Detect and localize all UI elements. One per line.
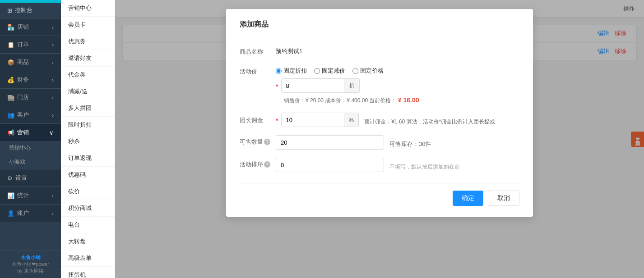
product-name-row: 商品名称 预约测试1 <box>240 44 519 56</box>
nav-item-coupon[interactable]: 优惠券 <box>61 33 115 50</box>
sidebar-item-order[interactable]: 📋 订单 › <box>0 36 61 53</box>
shop-icon: 🏪 <box>7 24 14 31</box>
nav-item-full-reduce[interactable]: 满减/送 <box>61 83 115 100</box>
price-type-radio-group: 固定折扣 固定减价 固定价格 <box>276 64 519 75</box>
nav-item-marketing-center[interactable]: 营销中心 <box>61 0 115 17</box>
settings-icon: ⚙ <box>7 175 13 182</box>
cancel-button[interactable]: 取消 <box>488 191 519 206</box>
sidebar-item-finance[interactable]: 💰 财务 › <box>0 71 61 88</box>
nav-item-advanced-form[interactable]: 高级表单 <box>61 250 115 267</box>
sidebar-sub-label: 小游戏 <box>9 159 25 165</box>
shop-name: 木鱼小铺 <box>7 254 54 261</box>
modal-footer: 确定 取消 <box>240 183 519 206</box>
sidebar-item-label: 设置 <box>15 174 27 182</box>
radio-fixed-price[interactable]: 固定价格 <box>352 67 384 75</box>
nav-item-gashapon[interactable]: 扭蛋机 <box>61 267 115 278</box>
nav-item-flash-sale[interactable]: 秒杀 <box>61 133 115 150</box>
sidebar-item-marketing[interactable]: 📢 营销 ∨ <box>0 123 61 141</box>
main-content: 操作 编辑 移除 编辑 移除 点我加❤ 添加商品 商品名称 预约测试1 <box>115 0 644 278</box>
customer-icon: 👥 <box>7 112 14 118</box>
radio-fixed-reduce-input[interactable] <box>314 68 320 74</box>
product-name-label: 商品名称 <box>240 44 276 56</box>
activity-price-content: 固定折扣 固定减价 固定价格 • 折 <box>276 64 519 105</box>
by-label: by 木鱼网络 <box>7 268 54 274</box>
discount-input-row: • 折 <box>276 78 519 93</box>
sidebar-item-customer[interactable]: 👥 客户 › <box>0 106 61 123</box>
sidebar-item-label: 店铺 <box>17 23 29 31</box>
sort-input[interactable] <box>276 158 384 172</box>
account-icon: 👤 <box>7 210 14 217</box>
sidebar-item-settings[interactable]: ⚙ 设置 <box>0 169 61 187</box>
available-qty-label: 可售数量 ? <box>240 135 276 146</box>
nav-item-group-buy[interactable]: 多人拼团 <box>61 100 115 117</box>
radio-fixed-discount-label: 固定折扣 <box>283 67 307 75</box>
add-product-modal: 添加商品 商品名称 预约测试1 活动价 固定折扣 固定减价 <box>226 9 533 217</box>
radio-fixed-discount[interactable]: 固定折扣 <box>276 67 307 75</box>
discount-unit: 折 <box>344 78 360 93</box>
sidebar-item-label: 账户 <box>17 209 29 217</box>
nav-item-voucher[interactable]: 代金券 <box>61 67 115 83</box>
nav-item-order-cashback[interactable]: 订单返现 <box>61 150 115 167</box>
order-icon: 📋 <box>7 41 14 48</box>
sidebar-footer: 木鱼小铺 木鱼小铺❤power by 木鱼网络 <box>0 250 61 278</box>
powered-by: 木鱼小铺❤power <box>7 261 54 268</box>
sidebar-item-label: 订单 <box>17 41 29 49</box>
radio-fixed-discount-input[interactable] <box>276 68 282 74</box>
nav-item-invite-friend[interactable]: 邀请好友 <box>61 50 115 67</box>
commission-unit: % <box>344 113 359 127</box>
sidebar-item-label: 财务 <box>17 76 29 84</box>
sidebar-item-label: 商品 <box>17 58 29 66</box>
radio-fixed-price-input[interactable] <box>352 68 358 74</box>
sort-hint: 不填写，默认按后添加的在前 <box>389 160 460 171</box>
chevron-right-icon: › <box>52 112 54 118</box>
nav-menu: 营销中心 会员卡 优惠券 邀请好友 代金券 满减/送 多人拼团 限时折扣 秒杀 … <box>61 0 115 278</box>
required-bullet: • <box>276 82 278 90</box>
current-price: ¥ 16.00 <box>398 96 419 104</box>
nav-item-radio[interactable]: 电台 <box>61 217 115 233</box>
nav-item-time-discount[interactable]: 限时折扣 <box>61 117 115 133</box>
goods-icon: 📦 <box>7 59 14 66</box>
available-qty-input[interactable] <box>276 135 384 150</box>
sort-row: 活动排序 ? 不填写，默认按后添加的在前 <box>240 158 519 172</box>
commission-input[interactable] <box>281 113 344 127</box>
radio-fixed-price-label: 固定价格 <box>360 67 384 75</box>
sidebar-sub-label: 营销中心 <box>9 145 31 151</box>
nav-item-promo-code[interactable]: 优惠码 <box>61 167 115 183</box>
chevron-right-icon: › <box>52 24 54 31</box>
price-info: 销售价：¥ 20.00 成本价：¥ 400.00 当前价格： ¥ 16.00 <box>284 96 519 105</box>
finance-icon: 💰 <box>7 77 14 83</box>
nav-item-points-mall[interactable]: 积分商城 <box>61 200 115 217</box>
sidebar-sub-item-marketing-center[interactable]: 营销中心 <box>0 141 61 155</box>
sidebar-item-stats[interactable]: 📊 统计 › <box>0 187 61 204</box>
sidebar-item-account[interactable]: 👤 账户 › <box>0 204 61 222</box>
stats-icon: 📊 <box>7 192 14 199</box>
nav-item-member-card[interactable]: 会员卡 <box>61 17 115 33</box>
nav-item-bargain[interactable]: 砍价 <box>61 183 115 200</box>
available-qty-help-icon[interactable]: ? <box>264 139 270 145</box>
sidebar-item-goods[interactable]: 📦 商品 › <box>0 53 61 71</box>
sidebar: ⊞ 控制台 🏪 店铺 › 📋 订单 › 📦 商品 › 💰 财务 › 🏬 门店 ›… <box>0 0 61 278</box>
product-name-value: 预约测试1 <box>276 44 519 55</box>
chevron-down-icon: ∨ <box>49 129 54 136</box>
discount-value-input[interactable] <box>281 78 344 93</box>
sidebar-sub-item-minigame[interactable]: 小游戏 <box>0 155 61 169</box>
sidebar-item-store[interactable]: 🏬 门店 › <box>0 88 61 106</box>
chevron-right-icon: › <box>52 41 54 48</box>
available-qty-row: 可售数量 ? 可售库存：30件 <box>240 135 519 150</box>
chevron-right-icon: › <box>52 192 54 199</box>
required-bullet-commission: • <box>276 116 278 124</box>
sidebar-item-dashboard[interactable]: ⊞ 控制台 <box>0 3 61 18</box>
sort-help-icon[interactable]: ? <box>264 161 270 168</box>
price-info-text: 销售价：¥ 20.00 成本价：¥ 400.00 当前价格： <box>284 97 396 104</box>
sidebar-item-label: 统计 <box>17 191 29 200</box>
chevron-right-icon: › <box>52 77 54 83</box>
stock-hint: 可售库存：30件 <box>389 137 431 148</box>
confirm-button[interactable]: 确定 <box>453 191 483 206</box>
commission-input-row: • % <box>276 113 359 127</box>
sidebar-item-shop[interactable]: 🏪 店铺 › <box>0 18 61 36</box>
sidebar-item-label: 控制台 <box>15 6 32 14</box>
activity-price-label: 活动价 <box>240 64 276 76</box>
radio-fixed-reduce[interactable]: 固定减价 <box>314 67 345 75</box>
nav-item-turntable[interactable]: 大转盘 <box>61 233 115 250</box>
available-qty-content: 可售库存：30件 <box>276 135 519 150</box>
